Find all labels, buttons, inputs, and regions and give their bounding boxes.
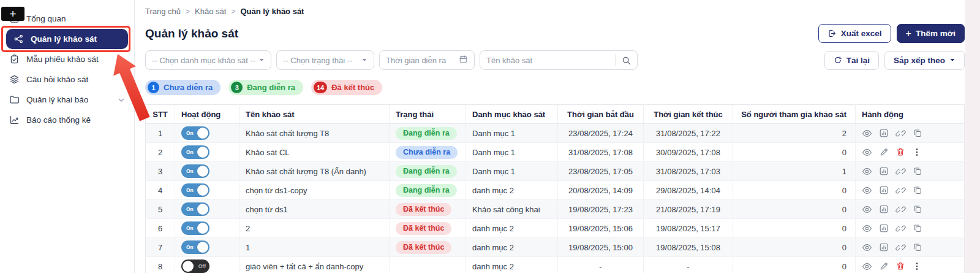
row-index: 7 (146, 238, 175, 257)
eye-icon[interactable] (862, 185, 872, 196)
category-select[interactable]: -- Chọn danh mục khảo sát -- (145, 50, 271, 70)
column-header: Hoạt động (175, 105, 239, 124)
status-badge: Chưa diễn ra (396, 146, 458, 159)
bar-chart-icon[interactable] (879, 242, 889, 252)
copy-icon[interactable] (913, 242, 922, 252)
bar-chart-icon[interactable] (879, 223, 889, 233)
eye-icon[interactable] (862, 147, 872, 158)
bar-chart-icon[interactable] (879, 128, 889, 138)
end-time: 31/08/2025, 17:22 (644, 124, 733, 143)
bar-chart-icon[interactable] (879, 204, 889, 214)
disconnect-icon[interactable] (895, 166, 906, 177)
caret-down-icon (361, 56, 368, 65)
row-index: 6 (146, 219, 175, 238)
edit-icon[interactable] (879, 261, 889, 271)
end-time: - (644, 257, 733, 273)
search-box (480, 50, 638, 70)
question-layers-icon (9, 74, 20, 85)
table-row: 2OnKhảo sát CLChưa diễn raDanh mục 131/0… (146, 143, 965, 162)
eye-icon[interactable] (862, 242, 872, 253)
trash-icon[interactable] (895, 147, 905, 157)
row-actions (862, 242, 958, 253)
row-index: 2 (146, 143, 175, 162)
survey-table: STTHoạt độngTên khảo sátTrạng tháiDanh m… (145, 104, 965, 273)
column-header: Thời gian bắt đầu (558, 105, 644, 124)
disconnect-icon[interactable] (895, 128, 906, 139)
sidebar-item-folder[interactable]: Quản lý khai báo (0, 90, 134, 110)
start-time: 23/08/2025, 17:05 (558, 162, 644, 181)
bar-chart-icon[interactable] (879, 166, 889, 176)
export-excel-button[interactable]: Xuất excel (818, 24, 891, 43)
survey-category: Danh mục 1 (466, 124, 558, 143)
chip-not-started[interactable]: 1 Chưa diễn ra (145, 80, 221, 95)
breadcrumb-separator: > (186, 7, 190, 16)
sidebar-item-question-layers[interactable]: Câu hỏi khảo sát (0, 69, 134, 90)
survey-name: Khảo sát chất lượng T8 (Ẩn danh) (239, 162, 390, 181)
bar-chart-icon[interactable] (879, 185, 889, 195)
eye-icon[interactable] (862, 204, 872, 215)
survey-name: Khảo sát chất lượng T8 (239, 124, 390, 143)
copy-icon[interactable] (913, 166, 922, 176)
survey-name: chọn từ ds1-copy (239, 181, 390, 200)
copy-icon[interactable] (913, 204, 922, 214)
row-actions (862, 261, 958, 272)
survey-name: giáo viên + tất cả + ẩn danh-copy (239, 257, 390, 273)
participant-count: 0 (733, 257, 856, 273)
eye-icon[interactable] (862, 128, 872, 139)
activity-toggle[interactable]: On (181, 164, 209, 178)
activity-toggle[interactable]: On (181, 145, 209, 159)
chip-ongoing[interactable]: 3 Đang diễn ra (228, 80, 303, 95)
activity-toggle[interactable]: On (181, 126, 209, 140)
sidebar-item-label: Báo cáo thống kê (26, 115, 91, 125)
breadcrumb-survey[interactable]: Khảo sát (195, 7, 226, 16)
disconnect-icon[interactable] (895, 223, 906, 234)
row-actions (862, 128, 958, 139)
participant-count: 0 (733, 143, 856, 162)
row-index: 1 (146, 124, 175, 143)
participant-count: 1 (733, 162, 856, 181)
activity-toggle[interactable]: On (181, 240, 209, 254)
chevron-down-icon (118, 96, 125, 104)
more-options-icon[interactable] (912, 147, 922, 157)
disconnect-icon[interactable] (895, 185, 906, 196)
sidebar-item-survey-manage[interactable]: Quản lý khảo sát (6, 29, 128, 49)
more-options-icon[interactable] (912, 261, 922, 271)
copy-icon[interactable] (913, 185, 922, 195)
chip-ended[interactable]: 14 Đã kết thúc (311, 80, 382, 95)
breadcrumb-current: Quản lý khảo sát (240, 7, 304, 16)
edit-icon[interactable] (879, 147, 889, 157)
add-new-button[interactable]: + Thêm mới (897, 24, 965, 43)
main-content: Trang chủ > Khảo sát > Quản lý khảo sát … (135, 0, 977, 273)
eye-icon[interactable] (862, 223, 872, 234)
eye-icon[interactable] (862, 166, 872, 177)
activity-toggle[interactable]: On (181, 221, 209, 235)
disconnect-icon[interactable] (895, 242, 906, 253)
trash-icon[interactable] (895, 261, 905, 271)
status-select[interactable]: -- Chọn trạng thái -- (276, 50, 374, 70)
survey-name: 1 (239, 238, 390, 257)
activity-toggle[interactable]: On (181, 183, 209, 197)
activity-toggle[interactable]: On (181, 202, 209, 216)
column-header: Danh mục khảo sát (466, 105, 558, 124)
copy-icon[interactable] (913, 223, 922, 233)
search-input[interactable] (480, 51, 615, 69)
row-actions (862, 166, 958, 177)
sort-by-button[interactable]: Sắp xếp theo (884, 51, 965, 70)
reload-button[interactable]: Tải lại (824, 51, 879, 70)
survey-status-cell: Đã kết thúc (390, 200, 466, 219)
breadcrumb-home[interactable]: Trang chủ (145, 7, 181, 16)
activity-toggle[interactable]: Off (181, 260, 209, 273)
sidebar-item-form-template[interactable]: Mẫu phiếu khảo sát (0, 49, 134, 69)
copy-icon[interactable] (913, 128, 922, 138)
table-row: 8Offgiáo viên + tất cả + ẩn danh-copydan… (146, 257, 965, 273)
status-badge: Đã kết thúc (396, 203, 451, 216)
row-actions (862, 204, 958, 215)
column-header: Trạng thái (390, 105, 466, 124)
eye-icon[interactable] (862, 261, 872, 272)
participant-count: 2 (733, 124, 856, 143)
disconnect-icon[interactable] (895, 204, 906, 215)
app-window: + Tổng quanQuản lý khảo sátMẫu phiếu khả… (0, 0, 965, 273)
date-range-input[interactable]: Thời gian diễn ra (379, 50, 475, 70)
search-icon[interactable] (616, 55, 637, 66)
sidebar-item-report-chart[interactable]: Báo cáo thống kê (0, 110, 134, 130)
